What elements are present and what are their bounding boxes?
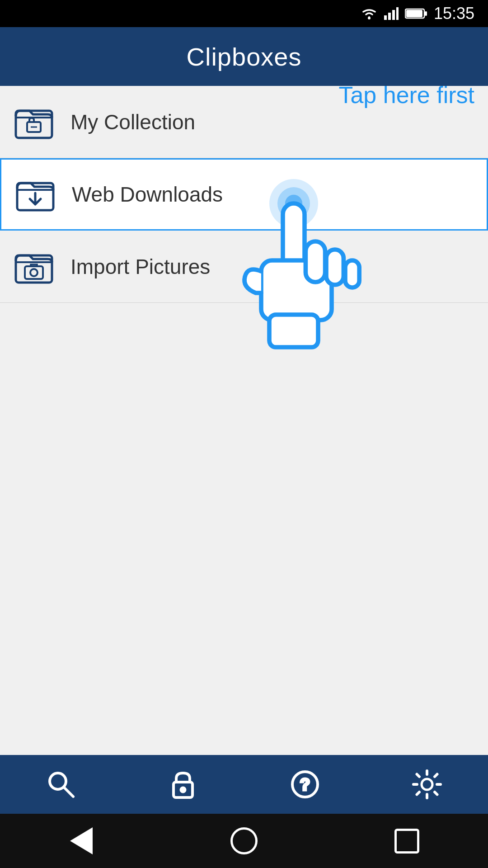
status-bar: 15:35 (0, 0, 488, 27)
my-collection-label: My Collection (70, 110, 195, 134)
app-title: Clipboxes (187, 42, 302, 71)
svg-point-29 (422, 779, 432, 790)
back-icon (70, 827, 93, 854)
svg-rect-1 (384, 15, 387, 20)
svg-point-26 (181, 788, 185, 792)
search-button[interactable] (43, 766, 79, 802)
svg-rect-6 (406, 10, 422, 17)
svg-rect-4 (396, 7, 399, 20)
lock-button[interactable] (165, 766, 201, 802)
svg-rect-7 (425, 11, 427, 16)
svg-text:?: ? (300, 775, 310, 794)
wifi-icon (361, 7, 378, 20)
main-content: My Collection Tap here first Web Downloa… (0, 86, 488, 303)
battery-icon (405, 8, 427, 19)
recent-icon (394, 829, 419, 854)
my-collection-item[interactable]: My Collection Tap here first (0, 86, 488, 158)
settings-button[interactable] (409, 766, 445, 802)
svg-rect-3 (392, 10, 395, 20)
svg-rect-22 (269, 315, 318, 347)
svg-line-24 (64, 787, 73, 797)
recent-button[interactable] (384, 823, 429, 859)
status-icons: 15:35 (361, 4, 474, 23)
lock-icon (167, 769, 199, 800)
web-downloads-item[interactable]: Web Downloads (0, 158, 488, 231)
import-pictures-item[interactable]: Import Pictures (0, 231, 488, 303)
settings-icon (411, 769, 443, 800)
folder-camera-icon (14, 246, 54, 287)
folder-download-icon (15, 174, 56, 215)
import-pictures-label: Import Pictures (70, 255, 210, 279)
svg-rect-2 (388, 13, 391, 20)
home-icon (230, 827, 258, 854)
web-downloads-label: Web Downloads (72, 182, 223, 207)
home-button[interactable] (221, 823, 267, 859)
bottom-toolbar: ? (0, 755, 488, 814)
help-button[interactable]: ? (287, 766, 323, 802)
folder-archive-icon (14, 102, 54, 142)
help-icon: ? (289, 769, 321, 800)
app-header: Clipboxes (0, 27, 488, 86)
svg-point-0 (368, 17, 371, 19)
svg-point-13 (30, 269, 38, 276)
status-time: 15:35 (434, 4, 474, 23)
nav-bar (0, 814, 488, 868)
back-button[interactable] (59, 823, 104, 859)
search-icon (45, 769, 77, 800)
signal-icon (384, 7, 399, 20)
